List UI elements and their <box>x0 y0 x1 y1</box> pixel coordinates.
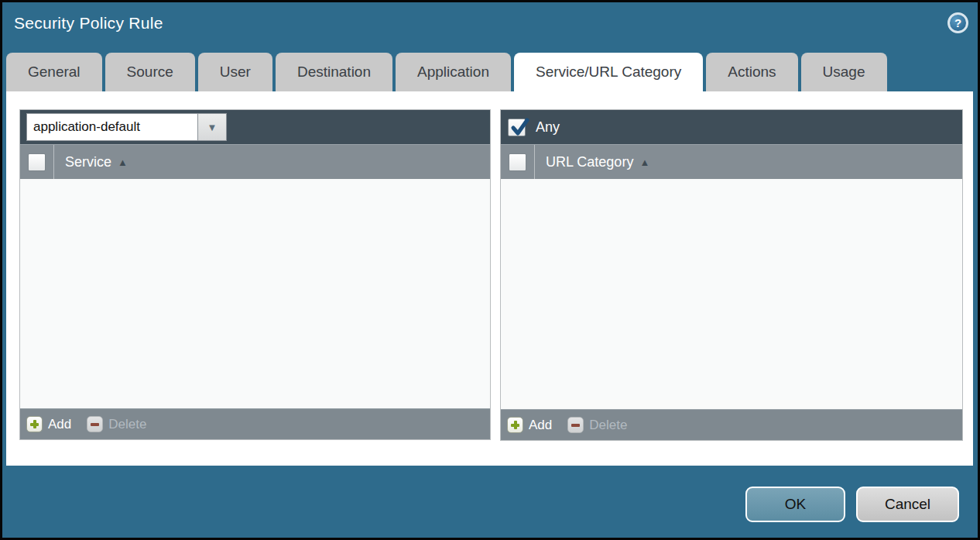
service-panel: application-default ▼ Service ▲ <box>19 109 491 440</box>
dialog-title: Security Policy Rule <box>14 14 163 33</box>
help-icon[interactable]: ? <box>947 12 968 33</box>
sort-asc-icon: ▲ <box>639 156 649 168</box>
delete-label: Delete <box>589 418 627 433</box>
url-category-column-header[interactable]: URL Category ▲ <box>535 145 649 179</box>
tab-usage[interactable]: Usage <box>801 53 887 91</box>
tab-service-url-category[interactable]: Service/URL Category <box>514 53 703 91</box>
url-category-delete-button[interactable]: Delete <box>567 417 627 433</box>
any-checkbox[interactable] <box>508 119 526 136</box>
tab-general[interactable]: General <box>6 53 102 91</box>
url-category-column-label: URL Category <box>546 154 633 170</box>
service-column-header[interactable]: Service ▲ <box>54 145 128 179</box>
delete-label: Delete <box>108 417 146 432</box>
url-category-selectall-cell <box>501 145 535 179</box>
tab-strip: General Source User Destination Applicat… <box>6 53 978 91</box>
minus-icon <box>567 417 584 433</box>
url-category-toolbar: Any <box>501 110 962 144</box>
tab-user[interactable]: User <box>198 53 272 91</box>
service-delete-button[interactable]: Delete <box>87 416 146 432</box>
add-label: Add <box>529 418 552 433</box>
tab-application[interactable]: Application <box>396 53 511 91</box>
service-selectall-cell <box>20 145 54 179</box>
service-column-label: Service <box>65 154 111 170</box>
add-label: Add <box>48 417 71 432</box>
url-category-selectall-checkbox[interactable] <box>509 153 526 171</box>
ok-button[interactable]: OK <box>745 487 845 522</box>
service-selectall-checkbox[interactable] <box>28 153 46 171</box>
chevron-down-icon: ▼ <box>207 122 218 133</box>
service-mode-input[interactable]: application-default <box>26 113 198 141</box>
checkmark-icon <box>509 117 530 139</box>
tab-content-area: application-default ▼ Service ▲ <box>6 91 973 466</box>
url-category-column-header-row: URL Category ▲ <box>501 144 962 179</box>
plus-icon <box>26 416 43 432</box>
tab-actions[interactable]: Actions <box>706 53 797 91</box>
minus-icon <box>87 416 103 432</box>
service-mode-combo: application-default ▼ <box>26 113 227 141</box>
sort-asc-icon: ▲ <box>118 156 128 168</box>
security-policy-rule-dialog: Security Policy Rule ? General Source Us… <box>0 0 980 540</box>
url-category-add-button[interactable]: Add <box>507 417 552 433</box>
plus-icon <box>507 417 523 433</box>
tab-source[interactable]: Source <box>105 53 195 91</box>
url-category-list-body <box>501 179 962 409</box>
cancel-button[interactable]: Cancel <box>856 487 959 522</box>
url-category-panel: Any URL Category ▲ Add <box>500 109 963 441</box>
any-label: Any <box>536 119 560 136</box>
any-row: Any <box>501 119 560 136</box>
help-glyph: ? <box>954 16 961 29</box>
service-panel-toolbar: application-default ▼ <box>20 110 490 144</box>
service-panel-footer: Add Delete <box>20 408 490 439</box>
service-add-button[interactable]: Add <box>26 416 71 432</box>
tab-destination[interactable]: Destination <box>276 53 392 91</box>
url-category-panel-footer: Add Delete <box>501 409 962 440</box>
service-list-body <box>20 179 490 408</box>
service-column-header-row: Service ▲ <box>20 144 490 179</box>
service-mode-dropdown-button[interactable]: ▼ <box>198 113 227 141</box>
